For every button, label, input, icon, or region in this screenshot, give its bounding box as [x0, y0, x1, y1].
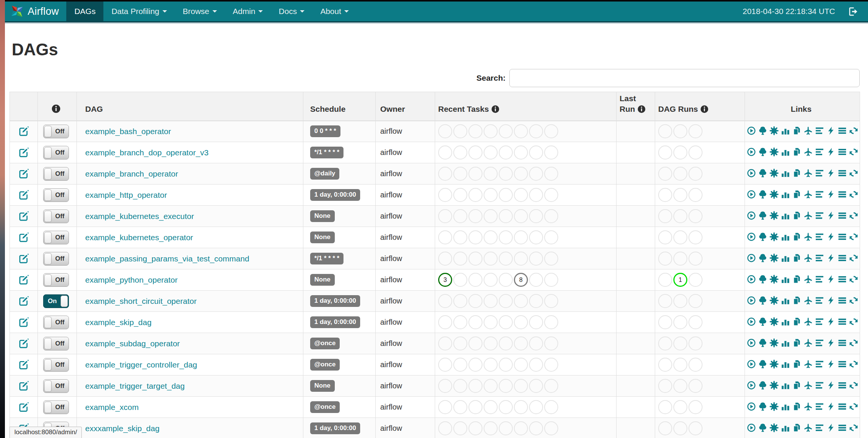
trigger-dag-icon[interactable]	[747, 253, 756, 263]
logs-icon[interactable]	[838, 190, 847, 199]
task-tries-icon[interactable]	[792, 381, 801, 390]
graph-view-icon[interactable]	[770, 423, 779, 432]
schedule-badge[interactable]: 1 day, 0:00:00	[310, 422, 360, 434]
task-tries-icon[interactable]	[792, 232, 801, 241]
dag-link[interactable]: example_kubernetes_operator	[85, 233, 193, 242]
nav-item-admin[interactable]: Admin	[225, 2, 271, 21]
tree-view-icon[interactable]	[758, 338, 767, 347]
gantt-icon[interactable]	[815, 275, 824, 284]
trigger-dag-icon[interactable]	[747, 402, 756, 411]
dag-link[interactable]: example_kubernetes_executor	[85, 212, 194, 221]
logs-icon[interactable]	[838, 147, 847, 156]
graph-view-icon[interactable]	[770, 211, 779, 220]
code-view-icon[interactable]	[826, 232, 835, 241]
dag-pause-toggle[interactable]: Off	[43, 125, 69, 138]
gantt-icon[interactable]	[815, 147, 824, 156]
trigger-dag-icon[interactable]	[747, 211, 756, 220]
search-input[interactable]	[509, 69, 860, 87]
gantt-icon[interactable]	[815, 423, 824, 432]
graph-view-icon[interactable]	[770, 338, 779, 347]
graph-view-icon[interactable]	[770, 381, 779, 390]
gantt-icon[interactable]	[815, 317, 824, 326]
task-duration-icon[interactable]	[781, 169, 790, 178]
edit-dag-icon[interactable]	[19, 275, 29, 285]
gantt-icon[interactable]	[815, 126, 824, 135]
task-duration-icon[interactable]	[781, 338, 790, 347]
nav-item-data-profiling[interactable]: Data Profiling	[103, 2, 175, 21]
edit-dag-icon[interactable]	[19, 253, 29, 264]
edit-dag-icon[interactable]	[19, 126, 29, 136]
refresh-icon[interactable]	[849, 211, 858, 220]
tree-view-icon[interactable]	[758, 126, 767, 135]
dag-link[interactable]: example_trigger_target_dag	[85, 382, 185, 390]
landing-times-icon[interactable]	[804, 169, 813, 178]
trigger-dag-icon[interactable]	[747, 232, 756, 241]
tree-view-icon[interactable]	[758, 402, 767, 411]
trigger-dag-icon[interactable]	[747, 126, 756, 135]
tree-view-icon[interactable]	[758, 147, 767, 156]
refresh-icon[interactable]	[849, 126, 858, 135]
dag-link[interactable]: example_branch_dop_operator_v3	[85, 148, 209, 157]
task-tries-icon[interactable]	[792, 190, 801, 199]
landing-times-icon[interactable]	[804, 402, 813, 411]
dag-link[interactable]: example_python_operator	[85, 275, 178, 284]
task-duration-icon[interactable]	[781, 317, 790, 326]
task-duration-icon[interactable]	[781, 381, 790, 390]
nav-item-docs[interactable]: Docs	[271, 2, 312, 21]
edit-dag-icon[interactable]	[19, 360, 29, 370]
dag-pause-toggle[interactable]: Off	[43, 379, 69, 393]
logs-icon[interactable]	[838, 338, 847, 347]
tree-view-icon[interactable]	[758, 296, 767, 305]
dag-link[interactable]: exxxample_skip_dag	[85, 424, 159, 433]
gantt-icon[interactable]	[815, 211, 824, 220]
dag-pause-toggle[interactable]: Off	[43, 252, 69, 266]
edit-dag-icon[interactable]	[19, 317, 29, 327]
refresh-icon[interactable]	[849, 317, 858, 326]
logs-icon[interactable]	[838, 296, 847, 305]
landing-times-icon[interactable]	[804, 360, 813, 369]
code-view-icon[interactable]	[826, 423, 835, 432]
refresh-icon[interactable]	[849, 147, 858, 156]
gantt-icon[interactable]	[815, 190, 824, 199]
dag-pause-toggle[interactable]: Off	[43, 210, 69, 223]
logs-icon[interactable]	[838, 126, 847, 135]
task-tries-icon[interactable]	[792, 253, 801, 263]
logout-icon[interactable]	[848, 6, 858, 17]
logs-icon[interactable]	[838, 211, 847, 220]
dag-link[interactable]: example_branch_operator	[85, 169, 178, 178]
trigger-dag-icon[interactable]	[747, 423, 756, 432]
task-tries-icon[interactable]	[792, 360, 801, 369]
task-duration-icon[interactable]	[781, 296, 790, 305]
running-count-circle[interactable]: 1	[673, 273, 687, 287]
landing-times-icon[interactable]	[804, 211, 813, 220]
edit-dag-icon[interactable]	[19, 232, 29, 242]
task-duration-icon[interactable]	[781, 211, 790, 220]
task-duration-icon[interactable]	[781, 190, 790, 199]
landing-times-icon[interactable]	[804, 381, 813, 390]
task-tries-icon[interactable]	[792, 147, 801, 156]
schedule-badge[interactable]: @daily	[310, 168, 339, 180]
task-duration-icon[interactable]	[781, 253, 790, 263]
tree-view-icon[interactable]	[758, 253, 767, 263]
graph-view-icon[interactable]	[770, 190, 779, 199]
landing-times-icon[interactable]	[804, 147, 813, 156]
refresh-icon[interactable]	[849, 360, 858, 369]
task-duration-icon[interactable]	[781, 402, 790, 411]
schedule-badge[interactable]: None	[310, 274, 335, 286]
dag-pause-toggle[interactable]: Off	[43, 316, 69, 329]
graph-view-icon[interactable]	[770, 147, 779, 156]
landing-times-icon[interactable]	[804, 296, 813, 305]
schedule-badge[interactable]: 1 day, 0:00:00	[310, 295, 360, 307]
refresh-icon[interactable]	[849, 381, 858, 390]
dag-link[interactable]: example_trigger_controller_dag	[85, 360, 197, 369]
trigger-dag-icon[interactable]	[747, 190, 756, 199]
edit-dag-icon[interactable]	[19, 381, 29, 391]
logs-icon[interactable]	[838, 169, 847, 178]
refresh-icon[interactable]	[849, 253, 858, 263]
dag-pause-toggle[interactable]: Off	[43, 358, 69, 372]
code-view-icon[interactable]	[826, 169, 835, 178]
dag-link[interactable]: example_skip_dag	[85, 318, 151, 327]
task-duration-icon[interactable]	[781, 232, 790, 241]
logs-icon[interactable]	[838, 402, 847, 411]
schedule-badge[interactable]: None	[310, 210, 335, 222]
